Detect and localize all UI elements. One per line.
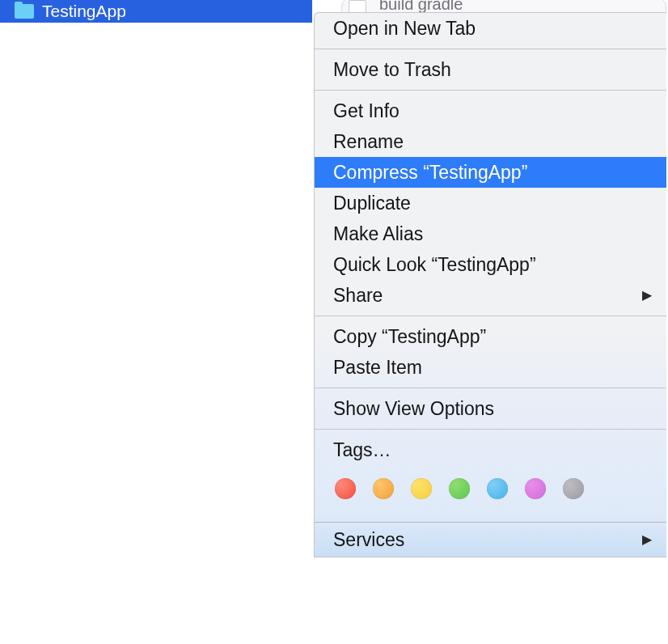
menu-separator	[315, 429, 666, 430]
menu-duplicate[interactable]: Duplicate	[315, 188, 666, 218]
tag-gray[interactable]	[563, 478, 584, 499]
tag-purple[interactable]	[525, 478, 546, 499]
tag-green[interactable]	[449, 478, 470, 499]
menu-item-label: Paste Item	[333, 355, 422, 379]
menu-rename[interactable]: Rename	[315, 126, 666, 157]
menu-separator	[315, 49, 666, 49]
submenu-arrow-icon: ▶	[642, 283, 652, 307]
document-icon	[349, 0, 366, 13]
menu-separator	[315, 316, 666, 316]
menu-make-alias[interactable]: Make Alias	[315, 218, 666, 249]
menu-separator	[315, 90, 666, 91]
selected-folder-row[interactable]: TestingApp	[0, 0, 312, 23]
tag-yellow[interactable]	[411, 478, 432, 499]
menu-share[interactable]: Share ▶	[315, 280, 666, 311]
menu-copy[interactable]: Copy “TestingApp”	[315, 321, 666, 352]
tags-label[interactable]: Tags…	[333, 438, 652, 462]
submenu-arrow-icon: ▶	[642, 527, 652, 552]
menu-item-label: Copy “TestingApp”	[333, 324, 486, 349]
selected-folder-label: TestingApp	[42, 2, 126, 21]
menu-quick-look[interactable]: Quick Look “TestingApp”	[315, 249, 666, 280]
tags-row	[333, 478, 652, 499]
menu-item-label: Show View Options	[333, 396, 494, 421]
menu-item-label: Share	[333, 283, 383, 307]
menu-item-label: Services	[333, 527, 404, 552]
menu-item-label: Compress “TestingApp”	[333, 160, 527, 184]
background-file-label: build gradle	[379, 0, 463, 13]
menu-paste-item[interactable]: Paste Item	[315, 352, 666, 383]
menu-separator	[315, 388, 666, 388]
menu-get-info[interactable]: Get Info	[315, 95, 666, 126]
folder-icon	[15, 4, 34, 19]
menu-item-label: Duplicate	[333, 191, 411, 215]
menu-item-label: Get Info	[333, 99, 400, 123]
menu-item-label: Quick Look “TestingApp”	[333, 252, 536, 277]
tag-blue[interactable]	[487, 478, 508, 499]
menu-compress[interactable]: Compress “TestingApp”	[315, 157, 666, 188]
tags-section: Tags…	[315, 434, 666, 507]
menu-move-to-trash[interactable]: Move to Trash	[315, 54, 666, 85]
context-menu: Open in New Tab Move to Trash Get Info R…	[314, 12, 666, 557]
menu-item-label: Make Alias	[333, 222, 423, 246]
menu-item-label: Rename	[333, 129, 404, 154]
menu-open-new-tab[interactable]: Open in New Tab	[315, 13, 666, 44]
tag-orange[interactable]	[373, 478, 394, 499]
menu-show-view-options[interactable]: Show View Options	[315, 393, 666, 424]
tag-red[interactable]	[335, 478, 356, 499]
menu-item-label: Move to Trash	[333, 57, 451, 82]
menu-services[interactable]: Services ▶	[315, 523, 666, 557]
menu-item-label: Open in New Tab	[333, 16, 476, 40]
